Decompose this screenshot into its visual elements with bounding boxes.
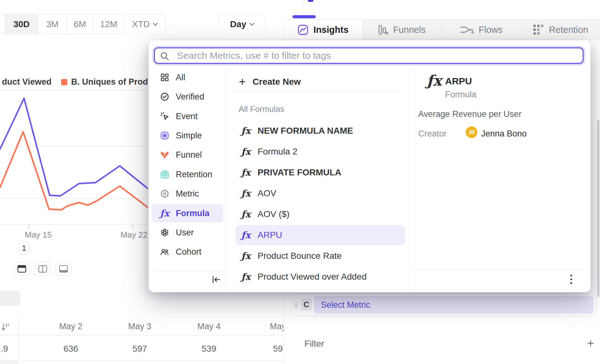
avatar: JB (466, 126, 477, 138)
formula-name: AOV ($) (258, 209, 290, 219)
table-cell: 636 (36, 344, 106, 354)
view-tabs: Insights Funnels Flows (284, 20, 600, 40)
granularity-label: Day (230, 19, 246, 29)
range-button-30d[interactable]: 30D (5, 15, 39, 34)
creator-label: Creator (418, 129, 447, 139)
tab-insights[interactable]: Insights (284, 20, 363, 40)
split-vertical-icon (38, 265, 47, 273)
formula-name: ARPU (258, 230, 282, 240)
create-new-button[interactable]: + Create New (239, 74, 301, 90)
scrollbar[interactable] (597, 120, 599, 297)
event-cursor-icon (160, 112, 169, 121)
add-filter-button[interactable]: + (584, 336, 597, 350)
fx-icon: ƒx (241, 146, 251, 157)
table-cell: 539 (174, 344, 244, 354)
formula-item[interactable]: ƒx Product Viewed over Added (236, 267, 405, 287)
category-event[interactable]: Event (152, 107, 223, 125)
grid-icon (160, 73, 169, 82)
select-metric-field[interactable]: Select Metric (314, 296, 593, 314)
metric-hexagon-icon (160, 189, 169, 198)
split-horizontal-icon (17, 265, 26, 273)
search-input[interactable] (177, 49, 579, 62)
divider (225, 67, 226, 292)
sort-icon[interactable] (1, 322, 10, 333)
category-label: Event (176, 112, 198, 121)
category-metric[interactable]: Metric (152, 185, 223, 203)
formula-item[interactable]: ƒx Formula 2 (236, 142, 405, 162)
detail-title: ARPU (445, 76, 472, 87)
category-retention[interactable]: Retention (152, 165, 223, 184)
divider (231, 91, 401, 91)
column-header: May 2 (36, 322, 106, 331)
chevron-down-icon (249, 21, 254, 26)
formula-name: Product Viewed over Added (258, 272, 367, 282)
category-user[interactable]: User (152, 223, 223, 242)
range-button-6m[interactable]: 6M (67, 15, 94, 34)
formula-item[interactable]: ƒx NEW FORMULA NAME (236, 121, 405, 141)
detail-description: Average Revenue per User (418, 109, 522, 119)
tab-label: Retention (549, 25, 588, 35)
formula-item[interactable]: ƒx AOV ($) (236, 204, 405, 224)
create-new-label: Create New (253, 77, 301, 87)
category-label: Funnel (176, 150, 202, 160)
range-button-12m[interactable]: 12M (94, 15, 124, 34)
collapse-sidebar-button[interactable] (211, 275, 221, 284)
category-formula[interactable]: ƒx Formula (152, 204, 223, 222)
range-xtd-label: XTD (132, 19, 150, 29)
category-verified[interactable]: Verified (152, 88, 223, 106)
row-label-pill (0, 291, 20, 306)
next-row-cell (0, 361, 18, 364)
tab-funnels[interactable]: Funnels (363, 20, 442, 40)
clause-letter-chip[interactable]: C (301, 299, 312, 311)
range-button-3m[interactable]: 3M (38, 15, 67, 34)
pagination-page-button[interactable]: 1 (18, 242, 30, 254)
formula-item-selected[interactable]: ƒx ARPU (236, 225, 405, 245)
flows-icon (460, 25, 474, 34)
range-button-xtd[interactable]: XTD (124, 15, 165, 34)
fx-icon: ƒx (241, 209, 251, 220)
tab-label: Funnels (393, 25, 426, 35)
layout-toggle-bottom-panel[interactable] (56, 262, 71, 276)
formula-name: Formula 2 (258, 147, 297, 157)
cohort-people-icon (160, 247, 169, 256)
formula-item[interactable]: ƒx Product Bounce Rate (236, 246, 405, 266)
formula-item[interactable]: ƒx PRIVATE FORMULA (236, 162, 405, 183)
category-cohort[interactable]: Cohort (152, 243, 223, 261)
fx-icon: ƒx (241, 188, 251, 199)
fx-icon-large: ƒx (427, 72, 442, 89)
granularity-dropdown[interactable]: Day (218, 14, 266, 34)
formula-name: PRIVATE FORMULA (258, 167, 341, 178)
search-icon (160, 52, 169, 61)
fx-icon: ƒx (241, 125, 251, 136)
category-label: User (176, 228, 194, 238)
bottom-panel-icon (59, 265, 68, 273)
detail-type: Formula (445, 90, 476, 100)
category-label: Verified (176, 92, 204, 102)
category-funnel[interactable]: Funnel (152, 146, 223, 164)
line-chart (0, 76, 148, 253)
kebab-menu-button[interactable] (566, 273, 576, 286)
category-label: Retention (176, 170, 212, 179)
retention-metric-icon (160, 170, 169, 179)
formula-name: AOV (258, 188, 276, 198)
metric-search (154, 47, 584, 64)
creator-name: Jenna Bono (481, 129, 527, 139)
x-axis-label: May 22 (115, 230, 153, 240)
category-all[interactable]: All (152, 68, 223, 87)
formula-item[interactable]: ƒx AOV (236, 183, 405, 203)
category-label: All (176, 73, 185, 82)
divider (284, 39, 600, 40)
category-simple[interactable]: Simple (152, 126, 223, 145)
plus-icon: + (239, 77, 246, 87)
metric-clause-card: C Select Metric (291, 293, 596, 316)
user-cluster-icon (160, 228, 169, 237)
column-header: May 4 (174, 322, 244, 331)
layout-toggle-split-vertical[interactable] (35, 262, 51, 276)
tab-flows[interactable]: Flows (442, 20, 522, 40)
range-button-partial[interactable] (0, 15, 5, 34)
layout-toggle-split-horizontal[interactable] (14, 262, 30, 276)
column-header: May 3 (105, 322, 174, 331)
drag-handle-icon[interactable] (294, 302, 299, 308)
formula-fx-icon: ƒx (160, 208, 169, 219)
tab-retention[interactable]: Retention (522, 20, 600, 40)
